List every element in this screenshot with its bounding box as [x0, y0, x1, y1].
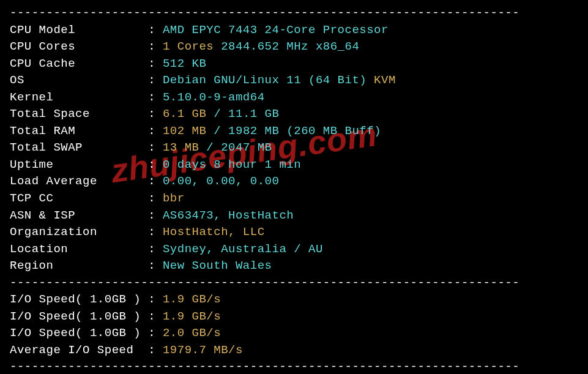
total-ram-row: Total RAM : 102 MB / 1982 MB (260 MB Buf… [10, 123, 578, 140]
cpu-cores-row: CPU Cores : 1 Cores 2844.652 MHz x86_64 [10, 39, 578, 56]
cpu-model-label: CPU Model [10, 23, 141, 37]
total-swap-row: Total SWAP : 13 MB / 2047 MB [10, 140, 578, 157]
cpu-cores-label: CPU Cores [10, 40, 141, 53]
divider-top: ----------------------------------------… [10, 5, 578, 22]
divider-middle: ----------------------------------------… [10, 275, 578, 292]
total-ram-total: 1982 MB [228, 124, 279, 138]
colon: : [141, 343, 163, 357]
total-space-row: Total Space : 6.1 GB / 11.1 GB [10, 106, 578, 123]
total-ram-buff: (260 MB Buff) [279, 124, 381, 138]
colon: : [141, 57, 163, 70]
io-speed-1-value: 1.9 GB/s [163, 293, 221, 306]
cpu-cache-value: 512 KB [163, 57, 206, 70]
colon: : [141, 310, 163, 323]
cpu-model-row: CPU Model : AMD EPYC 7443 24-Core Proces… [10, 22, 578, 39]
colon: : [141, 174, 163, 188]
colon: : [141, 107, 163, 121]
colon: : [141, 91, 163, 104]
total-space-used: 6.1 GB [163, 107, 206, 121]
asn-isp-label: ASN & ISP [10, 209, 141, 222]
asn-isp-value: AS63473, HostHatch [163, 209, 294, 222]
io-speed-2-label: I/O Speed( 1.0GB ) [10, 310, 141, 323]
io-speed-avg-value: 1979.7 MB/s [163, 343, 243, 357]
location-value: Sydney, Australia / AU [163, 242, 323, 256]
os-row: OS : Debian GNU/Linux 11 (64 Bit) KVM [10, 72, 578, 89]
colon: : [141, 326, 163, 340]
colon: : [141, 40, 163, 53]
total-ram-label: Total RAM [10, 124, 141, 138]
colon: : [141, 158, 163, 171]
kernel-row: Kernel : 5.10.0-9-amd64 [10, 89, 578, 107]
kernel-label: Kernel [10, 91, 141, 104]
colon: : [141, 259, 163, 272]
tcp-cc-value: bbr [163, 192, 185, 205]
cpu-model-value: AMD EPYC 7443 24-Core Processor [163, 23, 389, 37]
os-label: OS [10, 73, 141, 87]
location-row: Location : Sydney, Australia / AU [10, 241, 578, 258]
cpu-cache-row: CPU Cache : 512 KB [10, 56, 578, 73]
io-speed-3-value: 2.0 GB/s [163, 326, 221, 340]
organization-value: HostHatch, LLC [163, 225, 265, 239]
colon: : [141, 242, 163, 256]
colon: : [141, 141, 163, 154]
load-avg-label: Load Average [10, 174, 141, 188]
colon: : [141, 124, 163, 138]
kernel-value: 5.10.0-9-amd64 [163, 91, 265, 104]
uptime-value: 0 days 8 hour 1 min [163, 158, 301, 171]
total-swap-sep: / [199, 141, 221, 154]
uptime-label: Uptime [10, 158, 141, 171]
load-avg-value: 0.00, 0.00, 0.00 [163, 174, 279, 188]
io-speed-1-row: I/O Speed( 1.0GB ) : 1.9 GB/s [10, 291, 578, 309]
cpu-cores-count: 1 Cores [163, 40, 214, 53]
location-label: Location [10, 242, 141, 256]
io-speed-2-row: I/O Speed( 1.0GB ) : 1.9 GB/s [10, 309, 578, 326]
colon: : [141, 225, 163, 239]
io-speed-3-row: I/O Speed( 1.0GB ) : 2.0 GB/s [10, 325, 578, 342]
colon: : [141, 293, 163, 306]
io-speed-3-label: I/O Speed( 1.0GB ) [10, 326, 141, 340]
total-space-label: Total Space [10, 107, 141, 121]
cpu-cache-label: CPU Cache [10, 57, 141, 70]
colon: : [141, 73, 163, 87]
io-speed-avg-label: Average I/O Speed [10, 343, 141, 357]
total-swap-total: 2047 MB [221, 141, 272, 154]
organization-row: Organization : HostHatch, LLC [10, 224, 578, 241]
io-speed-avg-row: Average I/O Speed : 1979.7 MB/s [10, 342, 578, 359]
organization-label: Organization [10, 225, 141, 239]
total-space-sep: / [206, 107, 228, 121]
total-ram-sep: / [206, 124, 228, 138]
os-value: Debian GNU/Linux 11 (64 Bit) [163, 73, 367, 87]
total-swap-label: Total SWAP [10, 141, 141, 154]
colon: : [141, 209, 163, 222]
load-avg-row: Load Average : 0.00, 0.00, 0.00 [10, 173, 578, 190]
divider-bottom: ----------------------------------------… [10, 359, 578, 374]
total-swap-used: 13 MB [163, 141, 199, 154]
colon: : [141, 192, 163, 205]
region-row: Region : New South Wales [10, 258, 578, 275]
cpu-cores-freq: 2844.652 MHz x86_64 [214, 40, 359, 53]
tcp-cc-label: TCP CC [10, 192, 141, 205]
io-speed-1-label: I/O Speed( 1.0GB ) [10, 293, 141, 306]
region-label: Region [10, 259, 141, 272]
tcp-cc-row: TCP CC : bbr [10, 190, 578, 208]
colon: : [141, 23, 163, 37]
total-space-total: 11.1 GB [228, 107, 279, 121]
os-virt: KVM [367, 73, 396, 87]
asn-isp-row: ASN & ISP : AS63473, HostHatch [10, 208, 578, 225]
uptime-row: Uptime : 0 days 8 hour 1 min [10, 157, 578, 174]
region-value: New South Wales [163, 259, 272, 272]
total-ram-used: 102 MB [163, 124, 206, 138]
io-speed-2-value: 1.9 GB/s [163, 310, 221, 323]
